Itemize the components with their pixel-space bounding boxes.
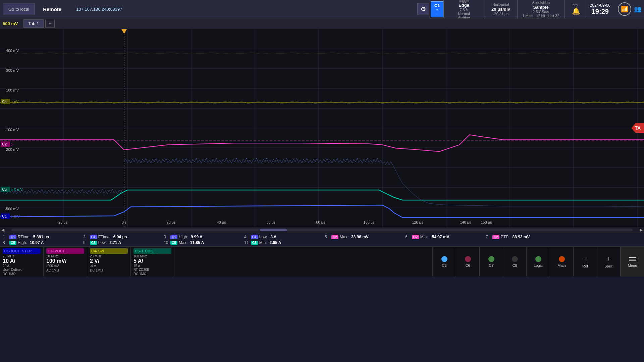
remote-label: Remote [35, 6, 69, 12]
trigger-header: Trigger [458, 0, 470, 3]
meas-label: Min: [259, 240, 267, 245]
scroll-right-arrow[interactable]: ▶ [640, 228, 643, 232]
svg-text:100 mV: 100 mV [6, 88, 19, 92]
waveform-area[interactable]: C1 ▷ mV C2 ▷ C4 ▷ nV C5 ▷ 0 mV 400 mV 30… [0, 29, 644, 227]
svg-text:120 μs: 120 μs [412, 220, 423, 224]
meas-item-9: 9 C5 Low: 2.71 A [83, 240, 164, 245]
meas-ch-badge: C2 [412, 235, 419, 239]
meas-value: 2.71 A [109, 240, 121, 245]
right-ch-btn-C7[interactable]: C7 [480, 247, 503, 277]
meas-ch-badge: C1 [90, 235, 97, 239]
right-ch-btn-C6[interactable]: C6 [456, 247, 480, 277]
right-ch-btn-Spec[interactable]: + Spec [597, 247, 621, 277]
right-ch-label: C7 [489, 263, 493, 267]
meas-value: 9.99 A [191, 235, 203, 239]
channel-panel-C4[interactable]: C4- SW _ 20 MHz 2 V/ -4 V DC 1MΩ [87, 247, 131, 277]
date-display: 2024-09-06 [590, 3, 610, 8]
scroll-thumb[interactable] [260, 229, 287, 231]
meas-ch-badge: C1 [9, 235, 16, 239]
acquisition-header: Acquisition [532, 1, 550, 5]
ch-panel-freq: 20 MHz [90, 254, 128, 258]
tab1[interactable]: Tab 1 [23, 19, 44, 28]
channel-panel-C1[interactable]: C1- IOUT_STEP _ 20 MHz 10 A/ 20 AUser-De… [0, 247, 44, 277]
ch-dot-icon [559, 256, 565, 262]
ip-address: 137.167.186.240:63397 [69, 7, 417, 12]
meas-item-11: 11 C5 Min: 2.05 A [244, 240, 325, 245]
go-to-local-button[interactable]: Go to local [3, 3, 35, 15]
horizontal-header: Horizontal [492, 3, 509, 7]
svg-text:0 mV: 0 mV [14, 187, 23, 191]
meas-num: 5 [325, 235, 330, 239]
right-ch-label: C6 [465, 263, 470, 267]
meas-label: High: [18, 240, 27, 245]
menu-label: Menu [628, 263, 637, 267]
meas-num: 7 [486, 235, 491, 239]
svg-text:▷: ▷ [11, 100, 14, 104]
channel-panel-C2[interactable]: C2- VOUT _ 20 MHz 100 mV/ -200 mV AC 1MΩ [44, 247, 87, 277]
right-ch-btn-C8[interactable]: C8 [503, 247, 527, 277]
svg-text:0 s: 0 s [122, 220, 127, 224]
right-ch-label: Ref [582, 264, 588, 268]
svg-text:-500 mV: -500 mV [5, 207, 19, 211]
svg-text:100 μs: 100 μs [363, 220, 375, 224]
c1-trigger-badge[interactable]: C1 ▼ ↕ [431, 1, 444, 17]
meas-value: 33.96 mV [351, 235, 369, 239]
right-ch-btn-Logic[interactable]: Logic [527, 247, 550, 277]
scroll-left-arrow[interactable]: ◀ [1, 228, 4, 232]
right-ch-btn-C3[interactable]: C3 [433, 247, 456, 277]
measurements-row-2: 8 C5 High: 10.97 A 9 C5 Low: 2.71 A 10 C… [3, 240, 641, 245]
meas-item-10: 10 C5 Max: 11.85 A [164, 240, 244, 245]
ch-panel-freq: 20 MHz [46, 254, 84, 258]
waveform-container: 500 mV Tab 1 + [0, 18, 644, 233]
ch-panel-scale: 5 A/ [133, 258, 171, 264]
meas-num: 4 [244, 235, 250, 239]
ch-panel-coupling: AC 1MΩ [46, 268, 84, 272]
ch-panel-name: C5- I_COIL _ [133, 248, 171, 254]
svg-text:▷: ▷ [11, 142, 14, 146]
settings-gear-button[interactable]: ⚙ [417, 3, 429, 15]
meas-label: FTime: [98, 235, 111, 239]
meas-num: 1 [3, 235, 8, 239]
mpts-value: 1 Mpts [522, 14, 533, 18]
right-ch-btn-Ref[interactable]: + Ref [574, 247, 597, 277]
meas-item-4: 4 C1 Low: 3 A [244, 235, 325, 239]
svg-text:C5: C5 [2, 187, 7, 191]
right-ch-label: Logic [534, 263, 542, 267]
meas-value: 11.85 A [190, 240, 204, 245]
right-ch-btn-Math[interactable]: Math [550, 247, 574, 277]
svg-text:300 mV: 300 mV [6, 68, 19, 72]
ch-panel-scale: 100 mV/ [46, 258, 84, 264]
bits-value: 12 bit [536, 14, 545, 18]
grid-overlay: C1 ▷ mV C2 ▷ C4 ▷ nV C5 ▷ 0 mV 400 mV 30… [0, 29, 644, 227]
channel-panel-C5[interactable]: C5- I_COIL _ 100 MHz 5 A/ 15 ART-ZC20B D… [131, 247, 174, 277]
measurements-row-1: 1 C1 RTime: 5.881 μs 2 C1 FTime: 6.04 μs… [3, 235, 641, 239]
right-ch-label: Math [557, 263, 566, 267]
bell-icon: 🔔 [572, 7, 580, 15]
meas-item-8: 8 C5 High: 10.97 A [3, 240, 83, 245]
trigger-mode: Normal [458, 12, 470, 16]
horizontal-div: 20 μs/div [491, 7, 510, 12]
svg-text:400 mV: 400 mV [6, 49, 19, 53]
meas-item-3: 3 C1 High: 9.99 A [164, 235, 244, 239]
meas-label: RTime: [18, 235, 31, 239]
svg-text:C1: C1 [2, 214, 7, 218]
meas-item-6: 6 C2 Min: -54.97 mV [405, 235, 486, 239]
acquisition-section: Acquisition Sample 2.5 GSa/s 1 Mpts 12 b… [517, 0, 564, 18]
svg-text:-100 mV: -100 mV [5, 128, 19, 132]
meas-label: PTP: [501, 235, 510, 239]
meas-label: Max: [340, 235, 348, 239]
meas-item-7: 7 C2 PTP: 88.93 mV [486, 235, 566, 239]
meas-num: 6 [405, 235, 411, 239]
svg-text:C4: C4 [2, 100, 7, 104]
add-tab-button[interactable]: + [45, 20, 54, 28]
right-ch-label: Spec [604, 264, 613, 268]
menu-button[interactable]: Menu [621, 247, 644, 277]
ch-dot-icon [512, 256, 518, 262]
svg-text:20 μs: 20 μs [166, 220, 176, 224]
svg-text:▷: ▷ [11, 187, 14, 191]
svg-text:60 μs: 60 μs [266, 220, 276, 224]
meas-num: 10 [164, 240, 169, 245]
datetime-section: 2024-09-06 19:29 [585, 0, 615, 18]
scroll-track[interactable] [11, 229, 633, 231]
svg-marker-20 [121, 29, 127, 34]
